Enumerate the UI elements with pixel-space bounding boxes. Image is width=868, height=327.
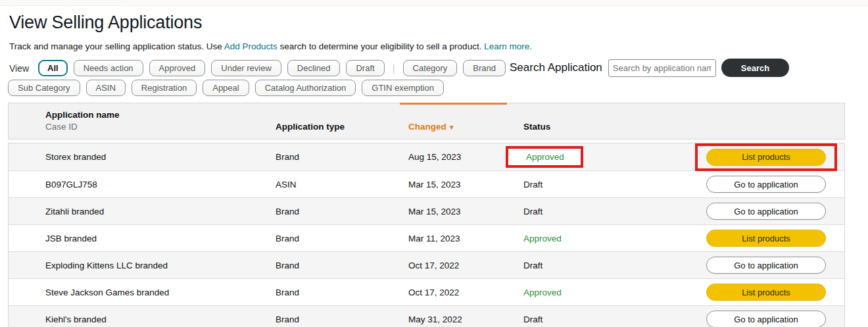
changed-date: May 31, 2022: [408, 314, 523, 324]
row-action-button[interactable]: Go to application: [706, 311, 826, 327]
status-badge: Draft: [523, 314, 542, 324]
filter-chip-draft[interactable]: Draft: [346, 60, 384, 76]
top-edge-remnant: · ··· · ···· · · ·· ···: [0, 0, 868, 6]
row-action-button[interactable]: Go to application: [706, 176, 826, 193]
view-label: View: [9, 63, 29, 74]
subtitle-text-2: search to determine your eligibility to …: [277, 41, 484, 51]
table-body: Storex branded Brand Aug 15, 2023 Approv…: [8, 143, 845, 327]
table-row: JSB branded Brand Mar 11, 2023 Approved …: [9, 224, 844, 251]
table-header: Application name Case ID Application typ…: [8, 103, 845, 139]
changed-date: Oct 17, 2022: [408, 288, 523, 297]
application-type: Brand: [276, 288, 408, 297]
application-type: ASIN: [276, 180, 408, 189]
table-row: Steve Jackson Games branded Brand Oct 17…: [9, 278, 844, 305]
filter-chip-under-review[interactable]: Under review: [211, 60, 281, 76]
applications-table: Application name Case ID Application typ…: [8, 103, 845, 327]
application-type: Brand: [276, 314, 408, 324]
changed-date: Mar 15, 2023: [408, 180, 523, 189]
filter-chip-gtin-exemption[interactable]: GTIN exemption: [362, 80, 444, 96]
subtitle-text-1: Track and manage your selling applicatio…: [9, 41, 224, 51]
header-application-name-case-id: Application name Case ID: [45, 103, 276, 132]
filter-chip-approved[interactable]: Approved: [149, 60, 206, 76]
header-changed-label: Changed: [408, 122, 446, 132]
learn-more-link[interactable]: Learn more.: [484, 41, 532, 51]
status-badge: Draft: [523, 180, 542, 189]
filter-chip-sub-category[interactable]: Sub Category: [8, 80, 80, 96]
application-name: Zitahli branded: [45, 207, 276, 216]
filter-chip-appeal[interactable]: Appeal: [203, 80, 249, 96]
filter-chip-declined[interactable]: Declined: [287, 60, 341, 76]
status-badge: Draft: [523, 261, 542, 270]
search-application-label: Search Application: [510, 61, 602, 74]
table-row: Kiehl's branded Brand May 31, 2022 Draft…: [9, 305, 844, 327]
application-type: Brand: [276, 207, 408, 216]
add-products-link[interactable]: Add Products: [224, 41, 277, 51]
application-name: Storex branded: [45, 152, 276, 162]
page-title: View Selling Applications: [9, 13, 868, 33]
header-changed-sort[interactable]: Changed▼: [408, 122, 523, 132]
header-case-id: Case ID: [45, 122, 276, 132]
search-input[interactable]: [608, 59, 716, 77]
remnant-text: · ··· · ···· · · ·· ···: [5, 0, 216, 4]
application-name: Kiehl's branded: [45, 314, 276, 324]
table-row: Exploding Kittens LLC branded Brand Oct …: [9, 251, 844, 278]
filter-chip-brand[interactable]: Brand: [463, 60, 506, 76]
header-status: Status: [523, 122, 675, 132]
application-name: B097GLJ758: [45, 180, 276, 189]
sort-caret-icon: ▼: [448, 124, 455, 131]
filter-divider: |: [393, 63, 395, 74]
filter-chip-registration[interactable]: Registration: [132, 80, 197, 96]
changed-date: Mar 11, 2023: [408, 234, 523, 243]
changed-date: Mar 15, 2023: [408, 207, 523, 216]
view-selling-applications-page: View Selling Applications Track and mana…: [0, 13, 868, 327]
row-action-button[interactable]: Go to application: [706, 203, 826, 220]
status-badge: Approved: [523, 234, 562, 243]
row-action-button[interactable]: List products: [706, 149, 826, 166]
filter-chip-needs-action[interactable]: Needs action: [74, 60, 143, 76]
filters-section: View All Needs action Approved Under rev…: [9, 59, 861, 97]
row-action-button[interactable]: Go to application: [706, 257, 826, 274]
page-subtitle: Track and manage your selling applicatio…: [9, 41, 868, 51]
application-name: JSB branded: [45, 234, 276, 243]
search-application-group: Search Application Search: [510, 59, 789, 77]
changed-date: Oct 17, 2022: [408, 261, 523, 270]
search-button[interactable]: Search: [721, 59, 789, 77]
table-row: B097GLJ758 ASIN Mar 15, 2023 Draft Go to…: [9, 170, 844, 197]
application-name: Steve Jackson Games branded: [45, 288, 276, 297]
status-badge: Approved: [506, 146, 583, 168]
table-row: Storex branded Brand Aug 15, 2023 Approv…: [9, 143, 844, 170]
status-badge: Draft: [523, 207, 542, 216]
application-type: Brand: [276, 152, 408, 162]
filter-chip-catalog-authorization[interactable]: Catalog Authorization: [255, 80, 356, 96]
filter-row-2: Sub Category ASIN Registration Appeal Ca…: [8, 79, 861, 97]
application-type: Brand: [276, 234, 408, 243]
row-action-button[interactable]: List products: [706, 230, 826, 247]
application-name: Exploding Kittens LLC branded: [45, 261, 276, 270]
table-row: Zitahli branded Brand Mar 15, 2023 Draft…: [9, 197, 844, 224]
header-application-name: Application name: [45, 110, 276, 120]
changed-column-sort-indicator: [400, 103, 507, 105]
row-action-button[interactable]: List products: [706, 284, 826, 301]
status-badge: Approved: [523, 288, 562, 297]
application-type: Brand: [276, 261, 408, 270]
filter-chip-asin[interactable]: ASIN: [86, 80, 126, 96]
filter-chip-category[interactable]: Category: [403, 60, 458, 76]
filter-chip-all[interactable]: All: [38, 60, 68, 76]
header-application-type: Application type: [276, 122, 408, 132]
action-highlight-wrap: List products: [695, 143, 837, 171]
